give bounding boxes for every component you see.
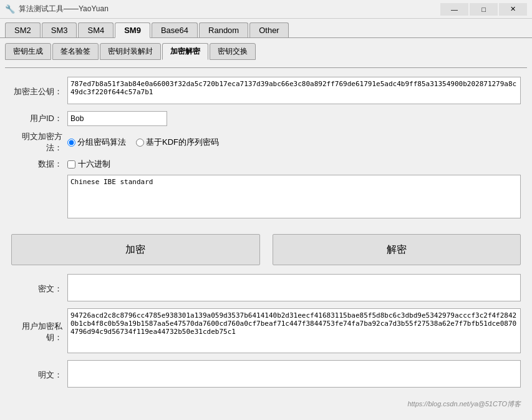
tab-sm9[interactable]: SM9 <box>115 22 150 38</box>
method-label: 明文加密方法： <box>11 131 67 154</box>
user-id-control <box>67 111 521 126</box>
window-controls: — □ ✕ <box>440 3 527 16</box>
window-title: 算法测试工具——YaoYuan <box>19 4 109 14</box>
enc-dec-form: 加密主公钥： 用户ID： 明文加密方法： 分组密码算法 基于KDF的 <box>5 74 527 228</box>
sub-tab-bar: 密钥生成 签名验签 密钥封装解封 加密解密 密钥交换 <box>5 43 527 68</box>
method-radio-2[interactable] <box>136 139 144 147</box>
cipher-row: 密文： <box>11 274 521 303</box>
encrypt-pubkey-control <box>67 77 521 106</box>
data-label: 数据： <box>11 159 67 170</box>
plaintext-input[interactable] <box>67 360 521 388</box>
method-option-2-label: 基于KDF的序列密码 <box>146 137 219 148</box>
encrypt-button[interactable]: 加密 <box>11 234 260 265</box>
encrypt-pubkey-label: 加密主公钥： <box>11 86 67 97</box>
user-enc-key-control <box>67 308 521 355</box>
method-option-2[interactable]: 基于KDF的序列密码 <box>136 137 219 148</box>
cipher-input[interactable] <box>67 274 521 301</box>
sub-tabs: 密钥生成 签名验签 密钥封装解封 加密解密 密钥交换 <box>5 43 527 60</box>
watermark: https://blog.csdn.net/ya@51CTO博客 <box>5 397 527 411</box>
close-button[interactable]: ✕ <box>499 3 527 16</box>
tab-random[interactable]: Random <box>199 22 248 37</box>
cipher-control <box>67 274 521 303</box>
decrypt-button[interactable]: 解密 <box>273 234 521 265</box>
maximize-button[interactable]: □ <box>470 3 498 16</box>
plaintext-control <box>67 360 521 389</box>
tab-other[interactable]: Other <box>249 22 289 37</box>
hex-checkbox[interactable] <box>67 160 75 168</box>
tab-key-encap[interactable]: 密钥封装解封 <box>100 43 161 60</box>
method-control: 分组密码算法 基于KDF的序列密码 <box>67 137 521 148</box>
tab-key-exchange[interactable]: 密钥交换 <box>210 43 256 60</box>
action-buttons: 加密 解密 <box>5 234 527 265</box>
cipher-label: 密文： <box>11 283 67 295</box>
tab-sm3[interactable]: SM3 <box>42 22 77 37</box>
minimize-button[interactable]: — <box>440 3 468 16</box>
tab-sign-verify[interactable]: 签名验签 <box>52 43 99 60</box>
method-option-1[interactable]: 分组密码算法 <box>67 137 126 148</box>
data-label-row: 数据： 十六进制 <box>11 159 521 170</box>
method-row: 明文加密方法： 分组密码算法 基于KDF的序列密码 <box>11 131 521 154</box>
user-enc-key-input[interactable] <box>67 308 521 353</box>
data-textarea-row <box>11 175 521 220</box>
user-id-label: 用户ID： <box>11 113 67 124</box>
plaintext-label: 明文： <box>11 369 67 381</box>
data-control <box>67 175 521 220</box>
encrypt-pubkey-input[interactable] <box>67 77 521 104</box>
method-radio-1[interactable] <box>67 139 75 147</box>
user-enc-key-label: 用户加密私钥： <box>11 321 67 343</box>
tab-sm4[interactable]: SM4 <box>78 22 114 37</box>
title-bar: 🔧 算法测试工具——YaoYuan — □ ✕ <box>0 0 532 19</box>
user-id-input[interactable] <box>67 111 167 126</box>
hex-label-text: 十六进制 <box>78 159 110 170</box>
method-option-1-label: 分组密码算法 <box>77 137 126 148</box>
encrypt-pubkey-row: 加密主公钥： <box>11 77 521 106</box>
app-icon: 🔧 <box>5 4 15 14</box>
hex-checkbox-label[interactable]: 十六进制 <box>67 159 521 170</box>
tab-base64[interactable]: Base64 <box>152 22 198 37</box>
tab-keygen[interactable]: 密钥生成 <box>5 43 51 60</box>
plaintext-row: 明文： <box>11 360 521 389</box>
data-input[interactable] <box>67 175 521 218</box>
result-form: 密文： 用户加密私钥： 明文： <box>5 271 527 397</box>
main-tab-bar: SM2 SM3 SM4 SM9 Base64 Random Other <box>0 19 532 37</box>
hex-control: 十六进制 <box>67 159 521 170</box>
content-area: 密钥生成 签名验签 密钥封装解封 加密解密 密钥交换 加密主公钥： 用户ID： … <box>0 37 532 416</box>
tab-enc-dec[interactable]: 加密解密 <box>162 43 208 60</box>
tab-sm2[interactable]: SM2 <box>5 22 41 37</box>
user-id-row: 用户ID： <box>11 111 521 126</box>
user-enc-key-row: 用户加密私钥： <box>11 308 521 355</box>
